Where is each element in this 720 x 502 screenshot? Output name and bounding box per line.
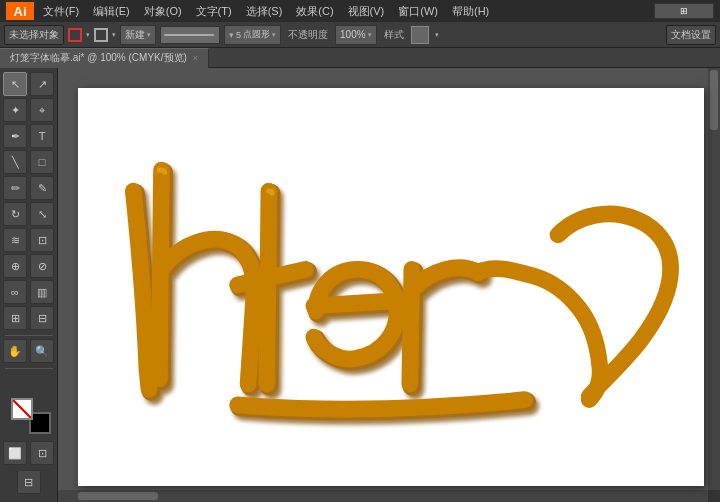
tool-divider-2 [5, 368, 53, 369]
scrollbar-corner [708, 490, 720, 502]
lasso-tool-button[interactable]: ⌖ [30, 98, 54, 122]
shape-builder-tool-button[interactable]: ⊕ [3, 254, 27, 278]
file-tab-active[interactable]: 灯笼字体临摹.ai* @ 100% (CMYK/预览) × [0, 48, 209, 68]
tab-bar: 灯笼字体临摹.ai* @ 100% (CMYK/预览) × [0, 48, 720, 68]
line-tool-button[interactable]: ╲ [3, 150, 27, 174]
menu-object[interactable]: 对象(O) [141, 3, 185, 20]
draw-mode-normal[interactable]: ⬜ [3, 441, 27, 465]
tool-row-draw: ✏ ✎ [2, 176, 56, 200]
direct-selection-tool-button[interactable]: ↗ [30, 72, 54, 96]
main-area: ↖ ↗ ✦ ⌖ ✒ T ╲ □ ✏ ✎ ↻ ⤡ ≋ ⊡ [0, 68, 720, 502]
tool-row-shapes: ╲ □ [2, 150, 56, 174]
options-toolbar: 未选择对象 ▾ ▾ 新建 ▾ ▾ 5 点圆形 ▾ 不透明度 100% ▾ 样式 … [0, 22, 720, 48]
scale-tool-button[interactable]: ⤡ [30, 202, 54, 226]
tab-close-button[interactable]: × [193, 53, 198, 63]
warp-tool-button[interactable]: ≋ [3, 228, 27, 252]
free-transform-tool-button[interactable]: ⊡ [30, 228, 54, 252]
variable-width-selector[interactable]: ▾ 5 点圆形 ▾ [224, 25, 281, 45]
app-logo: Ai [6, 2, 34, 20]
graph-tool-button[interactable]: ▥ [30, 280, 54, 304]
brush-dropdown-arrow: ▾ [147, 31, 151, 39]
variable-arrow: ▾ [272, 31, 276, 39]
pencil-tool-button[interactable]: ✎ [30, 176, 54, 200]
hand-tool-button[interactable]: ✋ [3, 339, 27, 363]
tool-row-deform: ≋ ⊡ [2, 228, 56, 252]
title-bar: Ai 文件(F) 编辑(E) 对象(O) 文字(T) 选择(S) 效果(C) 视… [0, 0, 720, 22]
canvas-area[interactable] [58, 68, 720, 502]
stroke-color-swatch[interactable] [68, 28, 82, 42]
opacity-label: 不透明度 [285, 28, 331, 42]
style-label: 样式 [381, 28, 407, 42]
zoom-tool-button[interactable]: 🔍 [30, 339, 54, 363]
tool-row-misc: ⊕ ⊘ [2, 254, 56, 278]
tool-row-selection: ↖ ↗ [2, 72, 56, 96]
doc-settings-button[interactable]: 文档设置 [666, 25, 716, 45]
tool-panel: ↖ ↗ ✦ ⌖ ✒ T ╲ □ ✏ ✎ ↻ ⤡ ≋ ⊡ [0, 68, 58, 502]
tool-row-nav: ✋ 🔍 [2, 339, 56, 363]
rotate-tool-button[interactable]: ↻ [3, 202, 27, 226]
menu-file[interactable]: 文件(F) [40, 3, 82, 20]
tool-row-transform: ↻ ⤡ [2, 202, 56, 226]
blend-tool-button[interactable]: ∞ [3, 280, 27, 304]
brush-type-selector[interactable]: 新建 ▾ [120, 25, 156, 45]
menu-type[interactable]: 文字(T) [193, 3, 235, 20]
search-box[interactable]: ⊞ [654, 3, 714, 19]
menu-select[interactable]: 选择(S) [243, 3, 286, 20]
paintbrush-tool-button[interactable]: ✏ [3, 176, 27, 200]
tool-row-selection2: ✦ ⌖ [2, 98, 56, 122]
fill-swatch-group: ▾ [94, 28, 116, 42]
tool-row-blend: ∞ ▥ [2, 280, 56, 304]
tool-row-extra: ⬜ ⊡ [2, 441, 56, 465]
fill-color-swatch[interactable] [94, 28, 108, 42]
screen-mode-button[interactable]: ⊟ [17, 470, 41, 494]
opacity-value-box[interactable]: 100% ▾ [335, 25, 377, 45]
magic-wand-tool-button[interactable]: ✦ [3, 98, 27, 122]
color-swatches [11, 398, 47, 434]
draw-mode-behind[interactable]: ⊡ [30, 441, 54, 465]
menu-window[interactable]: 窗口(W) [395, 3, 441, 20]
horizontal-scroll-thumb[interactable] [78, 492, 158, 500]
artboard-tool-button[interactable]: ⊞ [3, 306, 27, 330]
tool-row-artboard: ⊞ ⊟ [2, 306, 56, 330]
tab-file-name: 灯笼字体临摹.ai* @ 100% (CMYK/预览) [10, 51, 187, 65]
menu-bar: 文件(F) 编辑(E) 对象(O) 文字(T) 选择(S) 效果(C) 视图(V… [40, 3, 492, 20]
tool-divider-1 [5, 335, 53, 336]
slice-tool-button[interactable]: ⊟ [30, 306, 54, 330]
horizontal-scrollbar[interactable] [58, 490, 708, 502]
menu-view[interactable]: 视图(V) [345, 3, 388, 20]
brush-preview[interactable] [160, 26, 220, 44]
pen-tool-button[interactable]: ✒ [3, 124, 27, 148]
style-dropdown-arrow[interactable]: ▾ [435, 31, 439, 39]
no-selection-label: 未选择对象 [4, 25, 64, 45]
tool-row-screen: ⊟ [2, 470, 56, 494]
type-tool-button[interactable]: T [30, 124, 54, 148]
foreground-color-swatch[interactable] [11, 398, 33, 420]
vertical-scroll-thumb[interactable] [710, 70, 718, 130]
menu-effect[interactable]: 效果(C) [293, 3, 336, 20]
eyedropper-tool-button[interactable]: ⊘ [30, 254, 54, 278]
vertical-scrollbar[interactable] [708, 68, 720, 490]
lettering-art [78, 88, 704, 486]
selection-tool-button[interactable]: ↖ [3, 72, 27, 96]
menu-help[interactable]: 帮助(H) [449, 3, 492, 20]
tool-row-pen: ✒ T [2, 124, 56, 148]
style-swatch[interactable] [411, 26, 429, 44]
artboard [78, 88, 704, 486]
stroke-swatch-group: ▾ [68, 28, 90, 42]
fill-dropdown-arrow[interactable]: ▾ [112, 31, 116, 39]
rectangle-tool-button[interactable]: □ [30, 150, 54, 174]
color-swatch-area: ⬜ ⊡ ⊟ [2, 398, 56, 502]
stroke-dropdown-arrow[interactable]: ▾ [86, 31, 90, 39]
menu-edit[interactable]: 编辑(E) [90, 3, 133, 20]
